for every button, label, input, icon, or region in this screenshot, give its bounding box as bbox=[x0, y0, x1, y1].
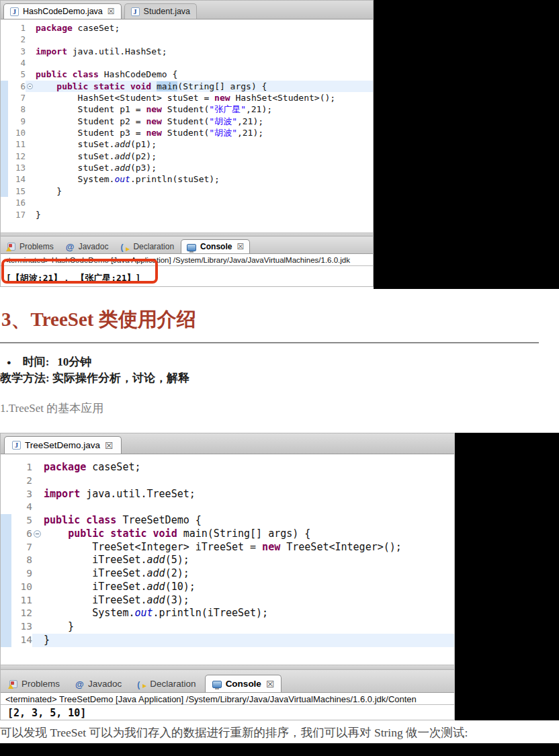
eclipse-screenshot-treesetdemo: JTreeSetDemo.java☒ 1package caseSet;23im… bbox=[0, 433, 455, 720]
console-output[interactable]: [2, 3, 5, 10] bbox=[1, 705, 454, 720]
black-background-right-of-shot2 bbox=[455, 433, 559, 720]
line-number: 12 bbox=[11, 607, 32, 620]
code-line[interactable]: 6 public static void main(String[] args)… bbox=[1, 528, 454, 541]
code-text bbox=[44, 474, 454, 488]
code-line[interactable]: 10 Student p3 = new Student("胡波",21); bbox=[1, 127, 373, 138]
code-line[interactable]: 8 Student p1 = new Student("张广星",21); bbox=[1, 103, 373, 115]
code-line[interactable]: 8 iTreeSet.add(5); bbox=[1, 554, 454, 567]
code-text: public static void main(String[] args) { bbox=[36, 81, 373, 92]
code-text: iTreeSet.add(5); bbox=[44, 554, 454, 567]
line-number: 1 bbox=[8, 22, 26, 34]
gutter-ruler bbox=[1, 528, 11, 541]
code-line[interactable]: 4 bbox=[1, 501, 454, 514]
code-line[interactable]: 3import java.util.HashSet; bbox=[1, 46, 373, 57]
editor-tab[interactable]: JTreeSetDemo.java☒ bbox=[4, 436, 122, 454]
code-line[interactable]: 12 System.out.println(iTreeSet); bbox=[1, 607, 454, 620]
code-line[interactable]: 14} bbox=[1, 634, 454, 647]
console-tab[interactable]: Console☒ bbox=[205, 675, 282, 692]
editor-tab[interactable]: JStudent.java bbox=[124, 3, 198, 19]
code-line[interactable]: 17} bbox=[1, 209, 373, 220]
code-text: public class TreeSetDemo { bbox=[44, 514, 454, 528]
code-line[interactable]: 2 bbox=[1, 34, 373, 45]
sash-divider[interactable] bbox=[1, 665, 454, 670]
code-text: Student p3 = new Student("胡波",21); bbox=[36, 127, 373, 138]
code-text: iTreeSet.add(10); bbox=[44, 581, 454, 594]
line-number: 11 bbox=[8, 138, 26, 150]
eclipse-screenshot-hashcodedemo: JHashCodeDemo.java☒JStudent.java 1packag… bbox=[0, 0, 374, 287]
fold-column bbox=[32, 474, 44, 488]
line-number: 4 bbox=[11, 501, 32, 514]
code-line[interactable]: 1package caseSet; bbox=[1, 461, 454, 474]
line-number: 6 bbox=[8, 81, 26, 92]
fold-column bbox=[26, 209, 36, 220]
code-text: public class HashCodeDemo { bbox=[36, 69, 373, 80]
console-tab[interactable]: Declaration bbox=[115, 240, 179, 253]
console-tab[interactable]: Declaration bbox=[130, 675, 202, 692]
code-line[interactable]: 7 HashSet<Student> stuSet = new HashSet<… bbox=[1, 92, 373, 103]
line-number: 15 bbox=[8, 185, 26, 197]
code-line[interactable]: 13 stuSet.add(p3); bbox=[1, 162, 373, 173]
code-text bbox=[36, 197, 373, 208]
gutter-ruler bbox=[1, 138, 8, 150]
line-number: 5 bbox=[8, 69, 26, 80]
code-line[interactable]: 11 iTreeSet.add(3); bbox=[1, 594, 454, 607]
declaration-icon bbox=[137, 679, 146, 688]
console-tab[interactable]: Problems bbox=[2, 240, 59, 253]
code-line[interactable]: 4 bbox=[1, 57, 373, 69]
code-line[interactable]: 12 stuSet.add(p2); bbox=[1, 151, 373, 162]
problems-icon bbox=[9, 680, 17, 688]
gutter-ruler bbox=[1, 197, 8, 208]
gutter-ruler bbox=[1, 634, 11, 647]
code-text: } bbox=[36, 185, 373, 197]
console-tab[interactable]: Javadoc bbox=[69, 675, 128, 692]
editor-tab[interactable]: JHashCodeDemo.java☒ bbox=[3, 3, 122, 19]
gutter-ruler bbox=[1, 92, 8, 103]
code-line[interactable]: 3import java.util.TreeSet; bbox=[1, 488, 454, 501]
console-tab[interactable]: Problems bbox=[3, 675, 67, 692]
close-icon[interactable]: ☒ bbox=[108, 7, 115, 15]
declaration-icon bbox=[120, 243, 129, 251]
fold-column bbox=[32, 567, 44, 581]
code-text: System.out.println(iTreeSet); bbox=[44, 607, 454, 620]
gutter-ruler bbox=[1, 581, 11, 594]
code-editor[interactable]: 1package caseSet;23import java.util.Hash… bbox=[1, 19, 373, 233]
close-icon[interactable]: ☒ bbox=[266, 679, 275, 689]
console-tab-label: Javadoc bbox=[79, 242, 109, 251]
line-number: 14 bbox=[11, 634, 32, 647]
code-text: } bbox=[36, 209, 373, 220]
line-number: 3 bbox=[8, 46, 26, 57]
code-line[interactable]: 13 } bbox=[1, 620, 454, 634]
code-line[interactable]: 9 Student p2 = new Student("胡波",21); bbox=[1, 116, 373, 127]
fold-column bbox=[26, 138, 36, 150]
code-line[interactable]: 7 TreeSet<Integer> iTreeSet = new TreeSe… bbox=[1, 541, 454, 554]
code-editor[interactable]: 1package caseSet;23import java.util.Tree… bbox=[1, 454, 454, 665]
code-line[interactable]: 6 public static void main(String[] args)… bbox=[1, 81, 373, 92]
code-line[interactable]: 16 bbox=[1, 197, 373, 208]
problems-icon bbox=[7, 243, 15, 251]
code-line[interactable]: 10 iTreeSet.add(10); bbox=[1, 581, 454, 594]
code-text: Student p2 = new Student("胡波",21); bbox=[36, 116, 373, 127]
close-icon[interactable]: ☒ bbox=[236, 243, 244, 251]
code-line[interactable]: 11 stuSet.add(p1); bbox=[1, 138, 373, 150]
console-tab[interactable]: Console☒ bbox=[181, 239, 250, 253]
teaching-method-line: 教学方法: 实际操作分析，讨论，解释 bbox=[0, 370, 189, 386]
code-line[interactable]: 2 bbox=[1, 474, 454, 488]
code-line[interactable]: 14 System.out.println(stuSet); bbox=[1, 173, 373, 185]
fold-minus-icon[interactable] bbox=[34, 530, 41, 538]
gutter-ruler bbox=[1, 541, 11, 554]
line-number: 2 bbox=[8, 34, 26, 45]
console-tab-label: Javadoc bbox=[88, 679, 122, 689]
code-line[interactable]: 5public class HashCodeDemo { bbox=[1, 69, 373, 80]
line-number: 6 bbox=[11, 528, 32, 541]
editor-tab-label: HashCodeDemo.java bbox=[23, 7, 103, 16]
red-highlight-box bbox=[1, 259, 158, 284]
code-line[interactable]: 1package caseSet; bbox=[1, 22, 373, 34]
console-tab[interactable]: Javadoc bbox=[60, 240, 114, 253]
line-number: 9 bbox=[8, 116, 26, 127]
code-line[interactable]: 15 } bbox=[1, 185, 373, 197]
fold-column bbox=[26, 173, 36, 185]
code-line[interactable]: 9 iTreeSet.add(2); bbox=[1, 567, 454, 581]
fold-minus-icon[interactable] bbox=[27, 83, 33, 89]
close-icon[interactable]: ☒ bbox=[105, 441, 114, 450]
code-line[interactable]: 5public class TreeSetDemo { bbox=[1, 514, 454, 528]
